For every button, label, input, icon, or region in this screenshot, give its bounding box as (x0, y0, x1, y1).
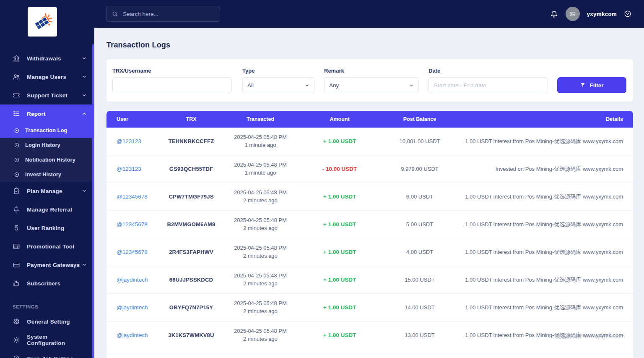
page-title: Transaction Logs (106, 41, 633, 50)
sidebar-scrollbar[interactable] (92, 44, 94, 358)
user-link[interactable]: @jaydintech (117, 332, 158, 338)
gear-icon (13, 336, 20, 344)
transacted-cell: 2025-04-25 05:48 PM 2 minutes ago (224, 272, 297, 287)
credit-card-icon (13, 261, 20, 269)
medal-icon (13, 224, 20, 232)
submenu-item-transaction-log[interactable]: Transaction Log (0, 123, 94, 138)
submenu-item-login-history[interactable]: Login History (0, 138, 94, 152)
transacted-date: 2025-04-25 05:48 PM (224, 272, 297, 280)
transacted-date: 2025-04-25 05:48 PM (224, 133, 297, 141)
trx-cell: 66UJJPSSKDCD (158, 277, 224, 283)
sidebar-item-withdrawals[interactable]: Withdrawals (0, 49, 94, 68)
table-row: @jaydintech OBYFQ7N7P15Y 2025-04-25 05:4… (106, 294, 633, 321)
submenu-item-label: Login History (25, 142, 60, 148)
trx-username-field-group: TRX/Username (112, 68, 232, 93)
details-cell: 1.00 USDT interest from Pos Mining-优选源码库… (457, 248, 623, 256)
table-row: @12345678 2R4FS3FAPHWV 2025-04-25 05:48 … (106, 238, 633, 266)
sidebar-item-cron-job-setting[interactable]: Cron Job Setting (0, 349, 94, 358)
post-balance-cell: 14.00 USDT (382, 304, 457, 311)
report-submenu: Transaction Log Login History Notificati… (0, 123, 94, 182)
sidebar-item-manage-users[interactable]: Manage Users (0, 68, 94, 86)
user-link[interactable]: @123123 (117, 138, 158, 144)
transacted-date: 2025-04-25 05:48 PM (224, 327, 297, 335)
trx-username-label: TRX/Username (112, 68, 232, 74)
notification-bell-icon[interactable] (550, 10, 558, 18)
sidebar-item-system-configuration[interactable]: System Configuration (0, 331, 94, 349)
user-link[interactable]: @12345678 (117, 249, 158, 255)
sidebar-item-manage-referral[interactable]: Manage Referral (0, 200, 94, 219)
transacted-ago: 1 minute ago (224, 141, 297, 149)
submenu-item-notification-history[interactable]: Notification History (0, 152, 94, 167)
details-cell: 1.00 USDT interest from Pos Mining-优选源码库… (457, 138, 623, 145)
circle-dot-icon (14, 172, 20, 178)
ticket-icon (13, 91, 20, 99)
trx-username-input[interactable] (112, 77, 232, 93)
remark-select[interactable]: Any (324, 77, 419, 93)
post-balance-cell: 9,979.00 USDT (382, 166, 457, 172)
sidebar-item-payment-gateways[interactable]: Payment Gateways (0, 256, 94, 274)
main-content: Transaction Logs TRX/Username Type All R… (94, 28, 644, 358)
user-avatar[interactable] (566, 7, 580, 21)
chevron-down-icon (82, 56, 87, 61)
sidebar-item-support-ticket[interactable]: Support Ticket (0, 86, 94, 105)
user-link[interactable]: @123123 (117, 166, 158, 172)
username[interactable]: yxymkcom (587, 11, 617, 17)
sidebar-item-user-ranking[interactable]: User Ranking (0, 219, 94, 237)
transacted-ago: 2 minutes ago (224, 335, 297, 343)
sidebar-item-label: Plan Manage (27, 188, 62, 194)
sidebar-item-plan-manage[interactable]: Plan Manage (0, 182, 94, 200)
table-row: @12345678 B2MVMGOM6AM9 2025-04-25 05:48 … (106, 211, 633, 238)
trx-cell: TEHNKRKCCFFZ (158, 138, 224, 144)
transacted-cell: 2025-04-25 05:48 PM 2 minutes ago (224, 327, 297, 342)
search-input[interactable] (122, 10, 215, 18)
solar-mining-logo-icon (31, 11, 53, 33)
wheel-icon (13, 318, 20, 325)
remark-selected-value: Any (329, 82, 339, 89)
user-menu-chevron-icon[interactable] (624, 10, 631, 18)
user-link[interactable]: @12345678 (117, 193, 158, 200)
type-select[interactable]: All (242, 77, 314, 93)
transacted-cell: 2025-04-25 05:48 PM 2 minutes ago (224, 300, 297, 315)
submenu-item-invest-history[interactable]: Invest History (0, 167, 94, 182)
sidebar-item-report[interactable]: Report (0, 105, 94, 123)
sidebar-item-label: Subscribers (27, 280, 60, 287)
settings-section-header: SETTINGS (0, 293, 94, 312)
transacted-ago: 2 minutes ago (224, 197, 297, 204)
trx-cell: CPW7TMGF79JS (158, 193, 224, 200)
transacted-date: 2025-04-25 05:48 PM (224, 300, 297, 307)
details-cell: Invested on Pos Mining-优选源码库 www.yxymk.c… (457, 165, 623, 173)
post-balance-cell: 6.00 USDT (382, 193, 457, 200)
user-link[interactable]: @12345678 (117, 221, 158, 227)
date-label: Date (428, 68, 548, 74)
circle-dot-icon (14, 142, 20, 148)
user-link[interactable]: @jaydintech (117, 277, 158, 283)
user-link[interactable]: @jaydintech (117, 304, 158, 311)
submenu-item-label: Notification History (25, 157, 75, 163)
column-header-details: Details (457, 116, 623, 122)
post-balance-cell: 4.00 USDT (382, 249, 457, 255)
date-range-input[interactable] (428, 77, 548, 93)
transacted-cell: 2025-04-25 05:48 PM 2 minutes ago (224, 244, 297, 259)
topbar-right: yxymkcom (550, 7, 631, 21)
thumbs-up-icon (13, 280, 20, 287)
column-header-amount: Amount (297, 116, 382, 122)
table-row: @12345678 CPW7TMGF79JS 2025-04-25 05:48 … (106, 183, 633, 211)
details-cell: 1.00 USDT interest from Pos Mining-优选源码库… (457, 221, 623, 228)
transacted-cell: 2025-04-25 05:48 PM 2 minutes ago (224, 217, 297, 232)
sidebar-item-label: Withdrawals (27, 55, 61, 62)
sidebar-item-promotional-tool[interactable]: Promotional Tool (0, 237, 94, 256)
sidebar-item-general-setting[interactable]: General Setting (0, 312, 94, 331)
remark-label: Remark (324, 68, 419, 74)
app-logo[interactable] (28, 7, 57, 37)
transacted-date: 2025-04-25 05:48 PM (224, 189, 297, 196)
chevron-down-icon (82, 262, 87, 267)
chevron-down-icon (82, 74, 87, 79)
sidebar-item-label: Report (27, 111, 46, 117)
filter-button[interactable]: Filter (557, 77, 626, 93)
filter-card: TRX/Username Type All Remark Any (106, 59, 633, 102)
trx-cell: OBYFQ7N7P15Y (158, 304, 224, 311)
column-header-transacted: Transacted (224, 116, 297, 122)
chevron-down-icon (82, 188, 87, 193)
sidebar-item-subscribers[interactable]: Subscribers (0, 274, 94, 293)
users-icon (13, 73, 20, 81)
